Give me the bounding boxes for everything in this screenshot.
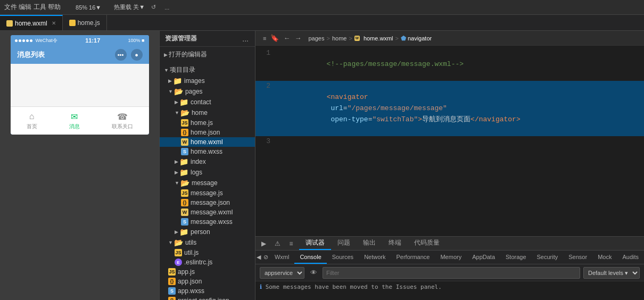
service-selector[interactable]: appservice <box>260 267 304 279</box>
folder-home[interactable]: ▼ 📂 home <box>160 107 255 118</box>
eslintrc-icon: E <box>175 259 182 266</box>
file-project-config[interactable]: {} project.config.json <box>160 296 255 300</box>
project-section: ▼ 项目目录 ▶ 📁 images ▼ 📂 pages ▶ <box>160 62 255 300</box>
open-editors-chevron: ▶ <box>164 52 168 57</box>
panel-tab-appdata[interactable]: AppData <box>467 251 500 264</box>
file-home-wxml[interactable]: W home.wxml <box>160 137 255 147</box>
contact-folder-icon: 📁 <box>179 98 188 106</box>
js-icon <box>69 20 76 26</box>
file-home-json[interactable]: {} home.json <box>160 128 255 137</box>
line-number-3: 3 <box>255 136 277 147</box>
nav-item-contact[interactable]: ☎ 联系关口 <box>108 109 137 132</box>
file-app-json[interactable]: {} app.json <box>160 277 255 286</box>
panel-tab-audits[interactable]: Audits <box>617 251 644 264</box>
battery-label: 100% ■ <box>128 38 145 43</box>
panel-tab-sources[interactable]: Sources <box>327 251 359 264</box>
folder-index[interactable]: ▶ 📁 index <box>160 156 255 167</box>
file-panel-more-btn[interactable]: ... <box>241 35 250 43</box>
devtools-top-tabs: ▶ ⚠ ≡ 调试器 问题 输出 终端 <box>255 237 644 251</box>
home-folder-label: home <box>192 109 208 116</box>
devtools-icon-btn-3[interactable]: ≡ <box>285 238 297 249</box>
zoom-level[interactable]: 85% 16▼ <box>76 4 101 11</box>
file-app-wxss[interactable]: S app.wxss <box>160 286 255 296</box>
close-tab-icon[interactable]: ✕ <box>52 20 56 26</box>
file-home-wxss[interactable]: S home.wxss <box>160 147 255 156</box>
nav-item-home[interactable]: ⌂ 首页 <box>22 109 42 132</box>
breadcrumb-toggle-btn[interactable]: ≡ <box>262 34 267 43</box>
folder-logs[interactable]: ▶ 📁 logs <box>160 167 255 178</box>
file-home-js[interactable]: JS home.js <box>160 118 255 128</box>
project-header[interactable]: ▼ 项目目录 <box>160 64 255 76</box>
compile-mode[interactable]: 热重载 关▼ <box>114 3 145 11</box>
person-folder-icon: 📁 <box>179 228 188 236</box>
file-message-json[interactable]: {} message.json <box>160 198 255 207</box>
breadcrumb-navigator-item: ⬟ navigator <box>401 35 432 42</box>
panel-tab-console[interactable]: Console <box>294 251 326 264</box>
home-folder-icon: 📂 <box>180 109 189 117</box>
app-js-label: app.js <box>178 268 195 276</box>
devtools-tab-output[interactable]: 输出 <box>357 237 382 250</box>
phone-camera-btn[interactable]: ● <box>131 49 143 61</box>
breadcrumb-navigator-icon: ⬟ <box>401 35 406 42</box>
file-util-js[interactable]: JS util.js <box>160 248 255 257</box>
person-chevron: ▶ <box>175 229 178 235</box>
file-eslintrc[interactable]: E .eslintrc.js <box>160 257 255 267</box>
devtools-tab-problems[interactable]: 问题 <box>331 237 357 250</box>
devtools-icon-btn-2[interactable]: ⚠ <box>271 238 283 249</box>
editor-body[interactable]: 1 <!--pages/message/message.wxml--> 2 <n… <box>255 46 644 236</box>
token-close-bracket: > <box>418 115 422 123</box>
panel-tab-security[interactable]: Security <box>532 251 564 264</box>
breadcrumb-forward-btn[interactable]: → <box>293 33 302 43</box>
panel-tab-wxml[interactable]: Wxml <box>269 251 295 264</box>
devtools-filter-input[interactable] <box>323 267 580 279</box>
open-editors-header[interactable]: ▶ 打开的编辑器 <box>160 49 255 60</box>
devtools-tab-debugger[interactable]: 调试器 <box>299 237 331 250</box>
file-message-wxss[interactable]: S message.wxss <box>160 217 255 227</box>
phone-dots-btn[interactable]: ••• <box>115 49 127 61</box>
devtools-levels-select[interactable]: Default levels ▾ <box>583 267 640 279</box>
token-nav-text: 导航到消息页面 <box>422 115 470 123</box>
nav-item-message[interactable]: ✉ 消息 <box>65 109 84 132</box>
devtools-stop-btn[interactable]: ⊘ <box>262 252 269 263</box>
breadcrumb-pages: pages <box>308 35 324 41</box>
folder-images[interactable]: ▶ 📁 images <box>160 76 255 86</box>
panel-tab-storage[interactable]: Storage <box>500 251 532 264</box>
folder-person[interactable]: ▶ 📁 person <box>160 227 255 237</box>
devtools-eye-btn[interactable]: 👁 <box>308 267 319 279</box>
panel-tab-sensor[interactable]: Sensor <box>563 251 592 264</box>
message-wxss-label: message.wxss <box>191 218 233 226</box>
line-content-3 <box>277 136 644 147</box>
breadcrumb-back-btn[interactable]: ← <box>282 33 291 43</box>
file-message-wxml[interactable]: W message.wxml <box>160 207 255 217</box>
tab-home-wxml[interactable]: home.wxml ✕ <box>0 15 63 30</box>
panel-tab-performance[interactable]: Performance <box>391 251 435 264</box>
folder-message[interactable]: ▼ 📂 message <box>160 178 255 188</box>
more-button[interactable]: ... <box>162 3 171 12</box>
message-nav-icon: ✉ <box>69 111 80 122</box>
phone-content <box>11 64 149 106</box>
breadcrumb-bookmark-btn[interactable]: 🔖 <box>269 33 280 43</box>
devtools-icon-btn-1[interactable]: ▶ <box>258 238 269 249</box>
devtools-tab-terminal[interactable]: 终端 <box>382 237 408 250</box>
file-message-js[interactable]: JS message.js <box>160 188 255 198</box>
devtools-tab-codequality[interactable]: 代码质量 <box>408 237 446 250</box>
folder-contact[interactable]: ▶ 📁 contact <box>160 97 255 107</box>
file-app-js[interactable]: JS app.js <box>160 267 255 277</box>
breadcrumb-wxml-icon: W <box>354 36 360 41</box>
tab-home-js[interactable]: home.js <box>63 15 107 30</box>
panel-tab-memory[interactable]: Memory <box>435 251 467 264</box>
panel-tab-network[interactable]: Network <box>359 251 391 264</box>
refresh-button[interactable]: ↺ <box>149 3 158 12</box>
message-folder-label: message <box>192 179 218 187</box>
folder-utils[interactable]: ▼ 📂 utils <box>160 237 255 248</box>
wxml-icon <box>6 20 13 27</box>
folder-pages[interactable]: ▼ 📂 pages <box>160 86 255 97</box>
pages-label: pages <box>185 88 203 95</box>
pages-folder-icon: 📂 <box>174 87 183 96</box>
panel-tab-mock[interactable]: Mock <box>592 251 617 264</box>
devtools-back-btn[interactable]: ◀ <box>255 252 262 263</box>
devtools-icon-group: ▶ ⚠ ≡ <box>255 238 299 249</box>
breadcrumb-wxml-item: W home.wxml <box>354 35 393 41</box>
message-wxss-icon: S <box>181 218 188 226</box>
app-json-icon: {} <box>168 278 176 285</box>
